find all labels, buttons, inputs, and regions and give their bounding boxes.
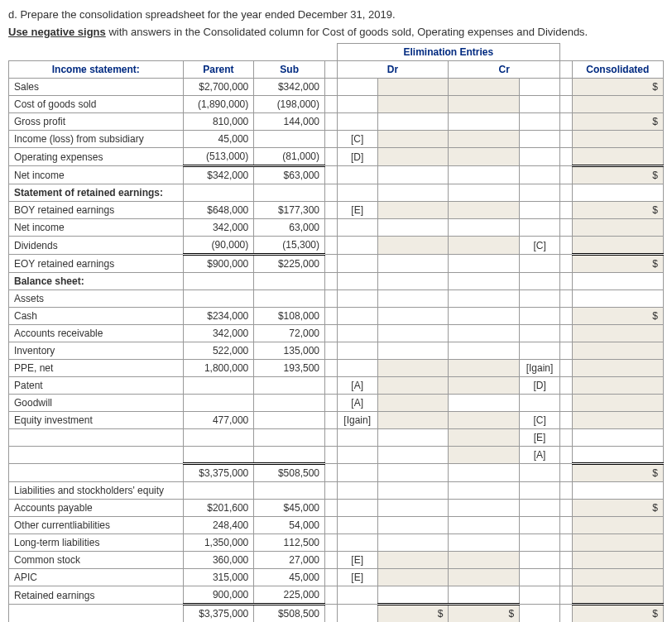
row-sales-label: Sales [9, 79, 184, 96]
row-div-crtag: [C] [520, 237, 560, 255]
row-apic-cons[interactable] [572, 569, 663, 586]
row-eqinv-dr[interactable] [377, 412, 449, 429]
row-cogs-sub: (198,000) [254, 96, 325, 113]
row-patent-dr[interactable] [377, 377, 449, 395]
row-apic-cr[interactable] [449, 569, 520, 586]
row-ocl-cons[interactable] [572, 517, 663, 534]
row-tot1-cons[interactable]: $ [572, 464, 663, 482]
row-eoy-cons[interactable]: $ [572, 255, 663, 273]
row-opex-cons[interactable] [572, 148, 663, 166]
row-ni2-sub: 63,000 [254, 219, 325, 237]
row-gross-label: Gross profit [9, 113, 184, 131]
row-ltl-cons[interactable] [572, 534, 663, 552]
row-boy-dr[interactable] [377, 202, 449, 219]
row-ap-cons[interactable]: $ [572, 500, 663, 517]
row-sales-cons[interactable]: $ [572, 79, 663, 96]
row-ap-label: Accounts payable [9, 500, 184, 517]
row-ni-cons[interactable]: $ [572, 166, 663, 184]
row-eqinv-cons[interactable] [572, 412, 663, 429]
row-incsub-cr[interactable] [449, 131, 520, 148]
row-tot2-drtot[interactable]: $ [377, 605, 449, 623]
row-div-cons[interactable] [572, 237, 663, 255]
row-sales-cr[interactable] [449, 79, 520, 96]
row-ppe-dr[interactable] [377, 360, 449, 377]
hdr-elimination: Elimination Entries [337, 44, 559, 61]
row-cs-cr[interactable] [449, 552, 520, 569]
row-opex-sub: (81,000) [254, 148, 325, 166]
row-boy-cr[interactable] [449, 202, 520, 219]
row-ar-sub: 72,000 [254, 325, 325, 342]
row-re-parent: 900,000 [183, 586, 254, 605]
row-liab-label: Liabilities and stockholders' equity [9, 482, 184, 500]
row-sales-dr[interactable] [377, 79, 449, 96]
row-patent-label: Patent [9, 377, 184, 395]
row-blank1-cr[interactable] [449, 429, 520, 447]
row-cogs-cr[interactable] [449, 96, 520, 113]
row-eqinv-cr[interactable] [449, 412, 520, 429]
row-tot1-parent: $3,375,000 [183, 464, 254, 482]
row-patent-cr[interactable] [449, 377, 520, 395]
row-ni2-cons[interactable] [572, 219, 663, 237]
row-cogs-parent: (1,890,000) [183, 96, 254, 113]
row-re-cons[interactable] [572, 586, 663, 605]
hdr-parent: Parent [183, 61, 254, 79]
row-cogs-cons[interactable] [572, 96, 663, 113]
row-cash-parent: $234,000 [183, 308, 254, 325]
row-cash-cons[interactable]: $ [572, 308, 663, 325]
row-sales-parent: $2,700,000 [183, 79, 254, 96]
row-eoy-label: EOY retained earnings [9, 255, 184, 273]
row-boy-cons[interactable]: $ [572, 202, 663, 219]
row-inv-parent: 522,000 [183, 342, 254, 360]
row-cs-cons[interactable] [572, 552, 663, 569]
instruction-d: d. Prepare the consolidation spreadsheet… [8, 8, 672, 21]
row-ppe-crtag: [Igain] [520, 360, 560, 377]
row-apic-drtag: [E] [337, 569, 377, 586]
row-cs-sub: 27,000 [254, 552, 325, 569]
row-gw-drtag: [A] [337, 395, 377, 412]
row-ppe-parent: 1,800,000 [183, 360, 254, 377]
row-gw-dr[interactable] [377, 395, 449, 412]
row-opex-dr[interactable] [377, 148, 449, 166]
row-gross-sub: 144,000 [254, 113, 325, 131]
row-eoy-sub: $225,000 [254, 255, 325, 273]
row-cs-parent: 360,000 [183, 552, 254, 569]
row-incsub-drtag: [C] [337, 131, 377, 148]
row-tot2-cons[interactable]: $ [572, 605, 663, 623]
row-opex-cr[interactable] [449, 148, 520, 166]
row-ppe-cr[interactable] [449, 360, 520, 377]
row-div-sub: (15,300) [254, 237, 325, 255]
row-patent-cons[interactable] [572, 377, 663, 395]
row-gross-cons[interactable]: $ [572, 113, 663, 131]
row-cs-dr[interactable] [377, 552, 449, 569]
row-gw-cons[interactable] [572, 395, 663, 412]
row-boy-drtag: [E] [337, 202, 377, 219]
row-eqinv-label: Equity investment [9, 412, 184, 429]
note-emphasis: Use negative signs [8, 26, 106, 38]
row-boy-parent: $648,000 [183, 202, 254, 219]
row-ar-cons[interactable] [572, 325, 663, 342]
row-div-cr[interactable] [449, 237, 520, 255]
row-eqinv-crtag: [C] [520, 412, 560, 429]
row-eqinv-drtag: [Igain] [337, 412, 377, 429]
row-ltl-parent: 1,350,000 [183, 534, 254, 552]
row-div-parent: (90,000) [183, 237, 254, 255]
row-cs-label: Common stock [9, 552, 184, 569]
row-incsub-cons[interactable] [572, 131, 663, 148]
row-tot2-crtot[interactable]: $ [449, 605, 520, 623]
row-boy-label: BOY retained earnings [9, 202, 184, 219]
row-ppe-cons[interactable] [572, 360, 663, 377]
row-inv-cons[interactable] [572, 342, 663, 360]
row-incsub-dr[interactable] [377, 131, 449, 148]
hdr-income: Income statement: [9, 61, 184, 79]
row-div-dr[interactable] [377, 237, 449, 255]
row-ltl-label: Long-term liabilities [9, 534, 184, 552]
row-ppe-label: PPE, net [9, 360, 184, 377]
row-ppe-sub: 193,500 [254, 360, 325, 377]
row-sre-label: Statement of retained earnings: [9, 184, 184, 202]
row-opex-parent: (513,000) [183, 148, 254, 166]
row-cogs-dr[interactable] [377, 96, 449, 113]
row-blank2-cr[interactable] [449, 447, 520, 464]
row-incsub-parent: 45,000 [183, 131, 254, 148]
row-apic-dr[interactable] [377, 569, 449, 586]
row-apic-label: APIC [9, 569, 184, 586]
